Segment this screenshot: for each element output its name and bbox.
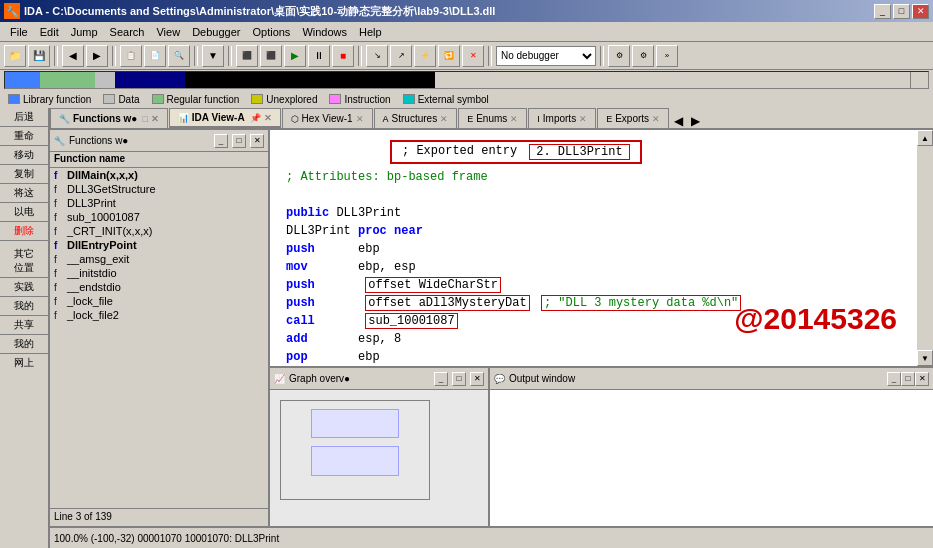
tb-save[interactable]: 💾	[28, 45, 50, 67]
tab-imports[interactable]: I Imports ✕	[528, 108, 596, 128]
func-panel-close[interactable]: ✕	[250, 134, 264, 148]
tabs-scroll-left[interactable]: ◀	[670, 114, 687, 128]
menu-debugger[interactable]: Debugger	[186, 24, 246, 40]
tab-ida-view[interactable]: 📊 IDA View-A 📌 ✕	[169, 108, 281, 128]
sidebar-label-copy[interactable]: 复制	[0, 165, 48, 184]
menu-file[interactable]: File	[4, 24, 34, 40]
tb-open[interactable]: 📁	[4, 45, 26, 67]
tb-step4[interactable]: 🔁	[438, 45, 460, 67]
tb-stop2[interactable]: ✕	[462, 45, 484, 67]
tab-ida-close[interactable]: ✕	[264, 113, 272, 123]
tab-struct-close[interactable]: ✕	[440, 114, 448, 124]
menu-options[interactable]: Options	[246, 24, 296, 40]
func-item-lockfile2[interactable]: f_lock_file2	[50, 308, 268, 322]
tb-step1[interactable]: ↘	[366, 45, 388, 67]
menu-jump[interactable]: Jump	[65, 24, 104, 40]
sidebar-label-rename[interactable]: 重命	[0, 127, 48, 146]
tab-ida-pin[interactable]: 📌	[250, 113, 261, 123]
menu-help[interactable]: Help	[353, 24, 388, 40]
close-button[interactable]: ✕	[912, 4, 929, 19]
tb-dbg2[interactable]: ⚙	[632, 45, 654, 67]
menu-windows[interactable]: Windows	[296, 24, 353, 40]
menu-edit[interactable]: Edit	[34, 24, 65, 40]
func-item-lockfile[interactable]: f_lock_file	[50, 294, 268, 308]
sidebar-net[interactable]: 网上	[0, 354, 48, 372]
functions-list[interactable]: fDllMain(x,x,x) fDLL3GetStructure fDLL3P…	[50, 168, 268, 508]
func-name-4: _CRT_INIT(x,x,x)	[67, 225, 152, 237]
code-area[interactable]: ; Exported entry 2. DLL3Print ; Attribut…	[270, 130, 917, 366]
graph-close[interactable]: ✕	[470, 372, 484, 386]
sidebar-share[interactable]: 共享	[0, 316, 48, 335]
scroll-down-btn[interactable]: ▼	[917, 350, 933, 366]
output-close[interactable]: ✕	[915, 372, 929, 386]
tab-exports[interactable]: E Exports ✕	[597, 108, 669, 128]
output-float[interactable]: □	[901, 372, 915, 386]
debugger-combo[interactable]: No debugger	[496, 46, 596, 66]
tb-back[interactable]: ◀	[62, 45, 84, 67]
func-item-amsg[interactable]: f__amsg_exit	[50, 252, 268, 266]
legend-data-label: Data	[118, 94, 139, 105]
sidebar-label-back[interactable]: 后退	[0, 108, 48, 127]
tb-down[interactable]: ▼	[202, 45, 224, 67]
graph-minimize[interactable]: _	[434, 372, 448, 386]
sidebar-mine[interactable]: 我的	[0, 297, 48, 316]
func-item-initstdio[interactable]: f__initstdio	[50, 266, 268, 280]
tb-run[interactable]: ▶	[284, 45, 306, 67]
func-item-entry[interactable]: fDllEntryPoint	[50, 238, 268, 252]
tab-import-close[interactable]: ✕	[579, 114, 587, 124]
sidebar-label-del[interactable]: 删除	[0, 222, 48, 241]
tab-export-close[interactable]: ✕	[652, 114, 660, 124]
tb-btn5[interactable]: 🔍	[168, 45, 190, 67]
func-item-sub[interactable]: fsub_10001087	[50, 210, 268, 224]
legend-bar: Library function Data Regular function U…	[0, 90, 933, 108]
output-minimize[interactable]: _	[887, 372, 901, 386]
graph-float[interactable]: □	[452, 372, 466, 386]
func-item-crtinit[interactable]: f_CRT_INIT(x,x,x)	[50, 224, 268, 238]
func-panel-minimize[interactable]: _	[214, 134, 228, 148]
seg-instr	[185, 72, 435, 88]
tabs-scroll-right[interactable]: ▶	[687, 114, 704, 128]
code-proc: DLL3Print proc near	[286, 222, 901, 240]
scroll-track[interactable]	[917, 146, 933, 350]
ide-main: 🔧 Functions w● □ ✕ 📊 IDA View-A 📌 ✕ ⬡ He…	[50, 108, 933, 548]
tb-hex1[interactable]: ⬛	[236, 45, 258, 67]
tab-functions-close[interactable]: ✕	[151, 114, 159, 124]
code-mov: mov ebp, esp	[286, 258, 901, 276]
func-panel-float[interactable]: □	[232, 134, 246, 148]
func-icon-10: f	[54, 310, 64, 321]
tab-enums[interactable]: E Enums ✕	[458, 108, 527, 128]
sidebar-label-this[interactable]: 将这	[0, 184, 48, 203]
func-item-endstdio[interactable]: f__endstdio	[50, 280, 268, 294]
menu-view[interactable]: View	[150, 24, 186, 40]
seg-scroll[interactable]	[910, 72, 928, 88]
tab-hex-close[interactable]: ✕	[356, 114, 364, 124]
tab-enum-close[interactable]: ✕	[510, 114, 518, 124]
tb-step3[interactable]: ⚡	[414, 45, 436, 67]
tb-btn3[interactable]: 📋	[120, 45, 142, 67]
sidebar-practice[interactable]: 实践	[0, 278, 48, 297]
func-item-dll3get[interactable]: fDLL3GetStructure	[50, 182, 268, 196]
scroll-up-btn[interactable]: ▲	[917, 130, 933, 146]
tab-structures[interactable]: A Structures ✕	[374, 108, 458, 128]
sidebar-myfiles[interactable]: 我的	[0, 335, 48, 354]
maximize-button[interactable]: □	[893, 4, 910, 19]
sidebar-label-move[interactable]: 移动	[0, 146, 48, 165]
sidebar-label-elec[interactable]: 以电	[0, 203, 48, 222]
tb-dbg3[interactable]: »	[656, 45, 678, 67]
tb-dbg1[interactable]: ⚙	[608, 45, 630, 67]
tb-stop[interactable]: ■	[332, 45, 354, 67]
func-item-dll3print[interactable]: fDLL3Print	[50, 196, 268, 210]
minimize-button[interactable]: _	[874, 4, 891, 19]
tb-btn4[interactable]: 📄	[144, 45, 166, 67]
line-info: Line 3 of 139	[50, 508, 268, 526]
sidebar-other[interactable]: 其它位置	[0, 245, 48, 278]
tb-hex2[interactable]: ⬛	[260, 45, 282, 67]
tab-hex[interactable]: ⬡ Hex View-1 ✕	[282, 108, 373, 128]
func-item-dllmain[interactable]: fDllMain(x,x,x)	[50, 168, 268, 182]
tb-pause[interactable]: ⏸	[308, 45, 330, 67]
menu-search[interactable]: Search	[104, 24, 151, 40]
tab-functions[interactable]: 🔧 Functions w● □ ✕	[50, 108, 168, 128]
func-panel-icon: 🔧	[54, 136, 65, 146]
tb-forward[interactable]: ▶	[86, 45, 108, 67]
tb-step2[interactable]: ↗	[390, 45, 412, 67]
